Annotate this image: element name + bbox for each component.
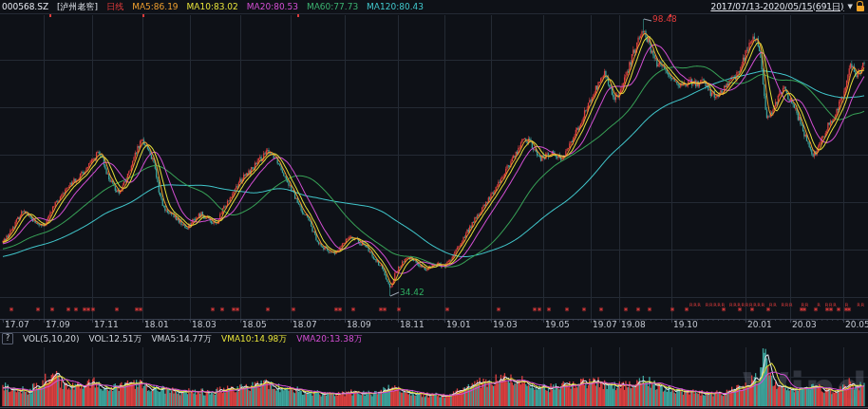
period-selector[interactable]: 日线 bbox=[106, 0, 123, 13]
ma60-value: MA60:77.73 bbox=[307, 0, 358, 13]
x-axis-label-20.03: 20.03 bbox=[792, 320, 817, 329]
x-axis-label-19.05: 19.05 bbox=[545, 320, 570, 329]
kline-chart-canvas[interactable] bbox=[0, 0, 868, 409]
low-price-annotation: 34.42 bbox=[400, 288, 425, 297]
x-axis-label-19.10: 19.10 bbox=[673, 320, 698, 329]
x-axis-label-20.01: 20.01 bbox=[747, 320, 772, 329]
wind-kline-window: 000568.SZ [泸州老窖] 日线 MA5:86.19 MA10:83.02… bbox=[0, 0, 868, 409]
x-axis-label-19.01: 19.01 bbox=[446, 320, 471, 329]
x-axis-label-18.07: 18.07 bbox=[292, 320, 317, 329]
ma120-value: MA120:80.43 bbox=[367, 0, 424, 13]
chevron-down-icon[interactable]: ▼ bbox=[848, 3, 853, 10]
x-axis-label-18.05: 18.05 bbox=[242, 320, 267, 329]
x-axis-label-20.05: 20.05 bbox=[845, 320, 868, 329]
vma10-value: VMA10:14.98万 bbox=[221, 333, 287, 345]
x-axis-label-19.07: 19.07 bbox=[593, 320, 617, 329]
stock-name: [泸州老窖] bbox=[57, 0, 98, 13]
vma20-value: VMA20:13.38万 bbox=[296, 333, 362, 345]
volume-header-bar: ? VOL(5,10,20) VOL:12.51万 VMA5:14.77万 VM… bbox=[0, 332, 868, 345]
unlock-icon[interactable] bbox=[857, 6, 864, 11]
x-axis-label-17.09: 17.09 bbox=[46, 320, 70, 329]
x-axis-label-19.08: 19.08 bbox=[621, 320, 646, 329]
ma20-value: MA20:80.53 bbox=[247, 0, 298, 13]
volume-indicator-label[interactable]: VOL(5,10,20) bbox=[23, 334, 79, 344]
x-axis-label-18.01: 18.01 bbox=[144, 320, 169, 329]
high-price-annotation: 98.48 bbox=[652, 14, 677, 24]
x-axis-label-18.09: 18.09 bbox=[347, 320, 371, 329]
x-axis-label-19.03: 19.03 bbox=[493, 320, 518, 329]
x-axis-label-18.11: 18.11 bbox=[400, 320, 425, 329]
vma5-value: VMA5:14.77万 bbox=[151, 333, 212, 345]
ma5-value: MA5:86.19 bbox=[132, 0, 178, 13]
x-axis-label-18.03: 18.03 bbox=[192, 320, 217, 329]
x-axis-label-17.11: 17.11 bbox=[94, 320, 119, 329]
x-axis-label-17.07: 17.07 bbox=[5, 320, 29, 329]
header-right-group: 2017/07/13-2020/05/15(691日) ▼ bbox=[710, 0, 864, 13]
help-icon[interactable]: ? bbox=[2, 333, 13, 344]
vol-value: VOL:12.51万 bbox=[88, 333, 142, 345]
ma10-value: MA10:83.02 bbox=[187, 0, 238, 13]
stock-symbol: 000568.SZ bbox=[2, 0, 48, 13]
date-range-selector[interactable]: 2017/07/13-2020/05/15(691日) bbox=[710, 1, 843, 13]
